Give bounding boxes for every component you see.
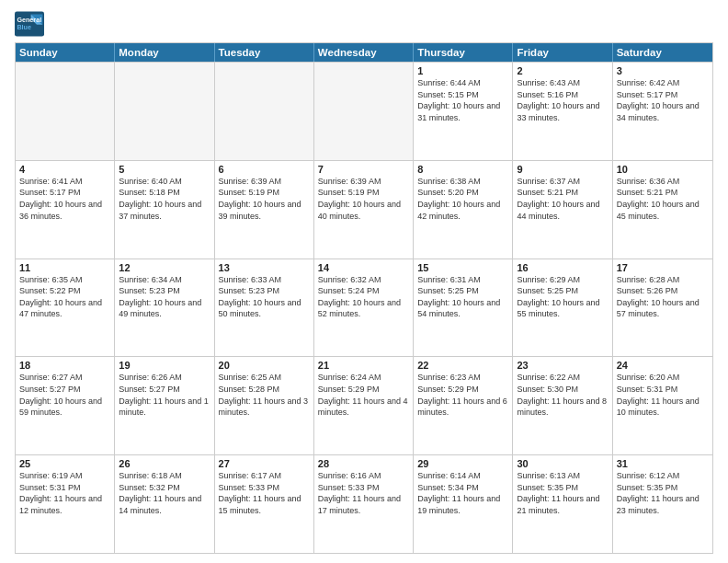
day-number: 10 — [617, 164, 709, 175]
day-number: 12 — [119, 262, 210, 273]
day-info: Sunrise: 6:41 AMSunset: 5:17 PMDaylight:… — [19, 176, 110, 222]
day-number: 14 — [318, 262, 409, 273]
day-info: Sunrise: 6:40 AMSunset: 5:18 PMDaylight:… — [119, 176, 210, 222]
day-info: Sunrise: 6:23 AMSunset: 5:29 PMDaylight:… — [417, 372, 508, 418]
day-info: Sunrise: 6:18 AMSunset: 5:32 PMDaylight:… — [119, 470, 210, 516]
day-number: 7 — [318, 164, 409, 175]
day-number: 28 — [318, 458, 409, 469]
day-info: Sunrise: 6:39 AMSunset: 5:19 PMDaylight:… — [219, 176, 310, 222]
day-number: 3 — [617, 65, 709, 76]
cal-cell: 27Sunrise: 6:17 AMSunset: 5:33 PMDayligh… — [215, 455, 314, 553]
cal-cell: 13Sunrise: 6:33 AMSunset: 5:23 PMDayligh… — [215, 259, 314, 357]
day-number: 16 — [517, 262, 608, 273]
day-number: 11 — [19, 262, 110, 273]
cal-header-saturday: Saturday — [613, 43, 712, 62]
day-info: Sunrise: 6:24 AMSunset: 5:29 PMDaylight:… — [318, 372, 409, 418]
cal-cell: 14Sunrise: 6:32 AMSunset: 5:24 PMDayligh… — [314, 259, 414, 357]
cal-cell: 21Sunrise: 6:24 AMSunset: 5:29 PMDayligh… — [314, 357, 414, 454]
cal-header-friday: Friday — [513, 43, 612, 62]
cal-header-monday: Monday — [115, 43, 214, 62]
cal-cell: 3Sunrise: 6:42 AMSunset: 5:17 PMDaylight… — [613, 63, 712, 160]
day-info: Sunrise: 6:31 AMSunset: 5:25 PMDaylight:… — [417, 274, 508, 320]
cal-cell: 30Sunrise: 6:13 AMSunset: 5:35 PMDayligh… — [513, 455, 612, 553]
cal-cell — [314, 63, 414, 160]
page: General Blue SundayMondayTuesdayWednesda… — [0, 0, 728, 563]
day-info: Sunrise: 6:25 AMSunset: 5:28 PMDaylight:… — [219, 372, 310, 418]
cal-cell — [16, 63, 115, 160]
day-number: 1 — [417, 65, 508, 76]
cal-cell: 15Sunrise: 6:31 AMSunset: 5:25 PMDayligh… — [414, 259, 513, 357]
cal-cell: 23Sunrise: 6:22 AMSunset: 5:30 PMDayligh… — [513, 357, 612, 454]
svg-text:General: General — [17, 16, 41, 24]
header: General Blue — [15, 11, 713, 37]
day-info: Sunrise: 6:37 AMSunset: 5:21 PMDaylight:… — [517, 176, 608, 222]
cal-week-5: 25Sunrise: 6:19 AMSunset: 5:31 PMDayligh… — [16, 454, 712, 553]
cal-week-2: 4Sunrise: 6:41 AMSunset: 5:17 PMDaylight… — [16, 160, 712, 259]
cal-cell: 2Sunrise: 6:43 AMSunset: 5:16 PMDaylight… — [513, 63, 612, 160]
cal-cell: 5Sunrise: 6:40 AMSunset: 5:18 PMDaylight… — [115, 161, 214, 259]
day-info: Sunrise: 6:29 AMSunset: 5:25 PMDaylight:… — [517, 274, 608, 320]
day-info: Sunrise: 6:19 AMSunset: 5:31 PMDaylight:… — [19, 470, 110, 516]
cal-cell: 31Sunrise: 6:12 AMSunset: 5:35 PMDayligh… — [613, 455, 712, 553]
cal-header-tuesday: Tuesday — [215, 43, 314, 62]
day-info: Sunrise: 6:22 AMSunset: 5:30 PMDaylight:… — [517, 372, 608, 418]
day-info: Sunrise: 6:17 AMSunset: 5:33 PMDaylight:… — [219, 470, 310, 516]
cal-header-sunday: Sunday — [16, 43, 115, 62]
day-info: Sunrise: 6:39 AMSunset: 5:19 PMDaylight:… — [318, 176, 409, 222]
day-number: 5 — [119, 164, 210, 175]
day-number: 27 — [219, 458, 310, 469]
day-number: 31 — [617, 458, 709, 469]
day-number: 4 — [19, 164, 110, 175]
day-info: Sunrise: 6:36 AMSunset: 5:21 PMDaylight:… — [617, 176, 709, 222]
day-number: 21 — [318, 360, 409, 371]
logo-icon: General Blue — [15, 11, 44, 37]
cal-cell: 4Sunrise: 6:41 AMSunset: 5:17 PMDaylight… — [16, 161, 115, 259]
day-info: Sunrise: 6:35 AMSunset: 5:22 PMDaylight:… — [19, 274, 110, 320]
cal-header-wednesday: Wednesday — [314, 43, 414, 62]
cal-cell: 19Sunrise: 6:26 AMSunset: 5:27 PMDayligh… — [115, 357, 214, 454]
day-info: Sunrise: 6:43 AMSunset: 5:16 PMDaylight:… — [517, 77, 608, 123]
calendar-header: SundayMondayTuesdayWednesdayThursdayFrid… — [16, 43, 712, 62]
day-info: Sunrise: 6:13 AMSunset: 5:35 PMDaylight:… — [517, 470, 608, 516]
day-number: 6 — [219, 164, 310, 175]
day-info: Sunrise: 6:38 AMSunset: 5:20 PMDaylight:… — [417, 176, 508, 222]
svg-text:Blue: Blue — [17, 23, 31, 31]
day-info: Sunrise: 6:44 AMSunset: 5:15 PMDaylight:… — [417, 77, 508, 123]
day-info: Sunrise: 6:20 AMSunset: 5:31 PMDaylight:… — [617, 372, 709, 418]
day-number: 24 — [617, 360, 709, 371]
calendar: SundayMondayTuesdayWednesdayThursdayFrid… — [15, 42, 713, 554]
cal-cell: 29Sunrise: 6:14 AMSunset: 5:34 PMDayligh… — [414, 455, 513, 553]
day-number: 20 — [219, 360, 310, 371]
day-info: Sunrise: 6:14 AMSunset: 5:34 PMDaylight:… — [417, 470, 508, 516]
day-info: Sunrise: 6:33 AMSunset: 5:23 PMDaylight:… — [219, 274, 310, 320]
cal-cell: 22Sunrise: 6:23 AMSunset: 5:29 PMDayligh… — [414, 357, 513, 454]
cal-cell: 8Sunrise: 6:38 AMSunset: 5:20 PMDaylight… — [414, 161, 513, 259]
cal-cell: 6Sunrise: 6:39 AMSunset: 5:19 PMDaylight… — [215, 161, 314, 259]
cal-week-3: 11Sunrise: 6:35 AMSunset: 5:22 PMDayligh… — [16, 259, 712, 357]
day-number: 22 — [417, 360, 508, 371]
day-number: 2 — [517, 65, 608, 76]
cal-cell: 11Sunrise: 6:35 AMSunset: 5:22 PMDayligh… — [16, 259, 115, 357]
day-number: 17 — [617, 262, 709, 273]
cal-header-thursday: Thursday — [414, 43, 513, 62]
day-info: Sunrise: 6:27 AMSunset: 5:27 PMDaylight:… — [19, 372, 110, 418]
cal-cell: 25Sunrise: 6:19 AMSunset: 5:31 PMDayligh… — [16, 455, 115, 553]
day-info: Sunrise: 6:16 AMSunset: 5:33 PMDaylight:… — [318, 470, 409, 516]
cal-cell: 12Sunrise: 6:34 AMSunset: 5:23 PMDayligh… — [115, 259, 214, 357]
day-number: 30 — [517, 458, 608, 469]
day-number: 25 — [19, 458, 110, 469]
day-number: 9 — [517, 164, 608, 175]
cal-cell: 20Sunrise: 6:25 AMSunset: 5:28 PMDayligh… — [215, 357, 314, 454]
day-info: Sunrise: 6:32 AMSunset: 5:24 PMDaylight:… — [318, 274, 409, 320]
logo: General Blue — [15, 11, 44, 37]
day-number: 23 — [517, 360, 608, 371]
cal-cell: 24Sunrise: 6:20 AMSunset: 5:31 PMDayligh… — [613, 357, 712, 454]
cal-week-1: 1Sunrise: 6:44 AMSunset: 5:15 PMDaylight… — [16, 62, 712, 160]
day-info: Sunrise: 6:42 AMSunset: 5:17 PMDaylight:… — [617, 77, 709, 123]
cal-cell: 18Sunrise: 6:27 AMSunset: 5:27 PMDayligh… — [16, 357, 115, 454]
cal-cell: 17Sunrise: 6:28 AMSunset: 5:26 PMDayligh… — [613, 259, 712, 357]
day-info: Sunrise: 6:34 AMSunset: 5:23 PMDaylight:… — [119, 274, 210, 320]
calendar-body: 1Sunrise: 6:44 AMSunset: 5:15 PMDaylight… — [16, 62, 712, 553]
day-number: 19 — [119, 360, 210, 371]
cal-week-4: 18Sunrise: 6:27 AMSunset: 5:27 PMDayligh… — [16, 356, 712, 454]
